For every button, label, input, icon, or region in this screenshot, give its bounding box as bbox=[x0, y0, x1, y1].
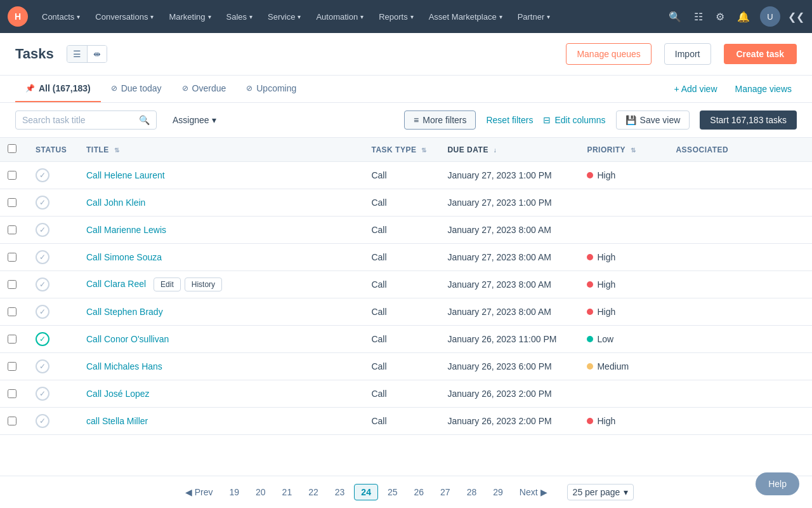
page-27-button[interactable]: 27 bbox=[433, 484, 457, 500]
assignee-filter[interactable]: Assignee ▾ bbox=[164, 110, 225, 130]
row-checkbox[interactable] bbox=[8, 389, 16, 398]
task-title-link[interactable]: Call Helene Laurent bbox=[86, 170, 165, 180]
per-page-selector[interactable]: 25 per page ▾ bbox=[567, 484, 634, 500]
task-title-link[interactable]: Call José Lopez bbox=[86, 389, 150, 399]
status-circle-icon[interactable]: ✓ bbox=[36, 196, 49, 210]
prev-page-button[interactable]: ◀ Prev bbox=[178, 484, 220, 500]
search-icon[interactable]: 🔍 bbox=[139, 115, 150, 125]
task-type-column-header[interactable]: TASK TYPE ⇅ bbox=[363, 138, 440, 162]
row-checkbox[interactable] bbox=[8, 253, 16, 262]
tab-upcoming[interactable]: ⊘ Upcoming bbox=[236, 76, 306, 102]
add-view-button[interactable]: + Add view bbox=[669, 76, 722, 102]
page-25-button[interactable]: 25 bbox=[381, 484, 405, 500]
user-avatar[interactable]: U bbox=[760, 6, 780, 27]
pin-icon: 📌 bbox=[25, 84, 35, 93]
start-tasks-button[interactable]: Start 167,183 tasks bbox=[700, 110, 797, 130]
tab-overdue[interactable]: ⊘ Overdue bbox=[172, 76, 237, 102]
row-checkbox[interactable] bbox=[8, 225, 16, 234]
tab-due-today[interactable]: ⊘ Due today bbox=[101, 76, 172, 102]
sort-desc-icon: ↓ bbox=[494, 147, 497, 154]
reset-filters-button[interactable]: Reset filters bbox=[486, 115, 533, 125]
task-title-link[interactable]: Call Stephen Brady bbox=[86, 307, 163, 317]
status-circle-icon[interactable]: ✓ bbox=[36, 168, 49, 182]
row-priority bbox=[579, 189, 668, 217]
task-title-link[interactable]: Call Simone Souza bbox=[86, 252, 162, 262]
status-circle-icon[interactable]: ✓ bbox=[36, 223, 49, 237]
status-circle-icon[interactable]: ✓ bbox=[36, 277, 49, 291]
nav-partner[interactable]: Partner ▾ bbox=[511, 8, 557, 25]
nav-conversations[interactable]: Conversations ▾ bbox=[89, 8, 160, 25]
row-associated bbox=[668, 162, 812, 189]
hubspot-logo[interactable]: H bbox=[8, 6, 28, 27]
select-all-checkbox[interactable] bbox=[8, 144, 16, 153]
task-title-link[interactable]: Call Marienne Lewis bbox=[86, 225, 166, 235]
row-associated bbox=[668, 326, 812, 353]
status-circle-icon[interactable]: ✓ bbox=[36, 359, 49, 373]
task-title-link[interactable]: Call Conor O'sullivan bbox=[86, 334, 169, 344]
edit-columns-button[interactable]: ⊟ Edit columns bbox=[543, 115, 605, 125]
more-filters-button[interactable]: ≡ More filters bbox=[404, 110, 476, 130]
row-checkbox[interactable] bbox=[8, 307, 16, 316]
page-20-button[interactable]: 20 bbox=[249, 484, 273, 500]
row-checkbox[interactable] bbox=[8, 198, 16, 207]
sidebar-expand-icon[interactable]: ❮❮ bbox=[788, 11, 804, 23]
due-date-column-header[interactable]: DUE DATE ↓ bbox=[440, 138, 579, 162]
page-21-button[interactable]: 21 bbox=[275, 484, 299, 500]
apps-icon[interactable]: ☷ bbox=[689, 7, 708, 27]
manage-views-button[interactable]: Manage views bbox=[730, 76, 797, 102]
search-wrapper: 🔍 bbox=[15, 110, 157, 130]
page-29-button[interactable]: 29 bbox=[486, 484, 510, 500]
row-associated bbox=[668, 298, 812, 326]
next-page-button[interactable]: Next ▶ bbox=[513, 484, 554, 500]
page-22-button[interactable]: 22 bbox=[301, 484, 325, 500]
task-title-link[interactable]: call Stella Miller bbox=[86, 416, 148, 426]
tab-all[interactable]: 📌 All (167,183) bbox=[15, 76, 101, 102]
search-input[interactable] bbox=[22, 115, 136, 125]
row-due-date: January 26, 2023 6:00 PM bbox=[440, 353, 579, 380]
nav-sales[interactable]: Sales ▾ bbox=[220, 8, 259, 25]
title-column-header[interactable]: TITLE ⇅ bbox=[79, 138, 363, 162]
nav-marketing[interactable]: Marketing ▾ bbox=[162, 8, 217, 25]
task-title-link[interactable]: Call John Klein bbox=[86, 197, 145, 208]
search-icon[interactable]: 🔍 bbox=[664, 7, 686, 27]
row-checkbox[interactable] bbox=[8, 280, 16, 289]
list-view-toggle[interactable]: ☰ bbox=[67, 46, 88, 62]
grid-view-toggle[interactable]: ⇼ bbox=[88, 46, 107, 62]
notifications-icon[interactable]: 🔔 bbox=[732, 7, 755, 27]
help-button[interactable]: Help bbox=[756, 472, 799, 495]
import-button[interactable]: Import bbox=[664, 43, 711, 65]
task-title-link[interactable]: Call Clara Reel bbox=[86, 279, 146, 289]
status-circle-icon[interactable]: ✓ bbox=[36, 305, 49, 319]
manage-queues-button[interactable]: Manage queues bbox=[566, 43, 651, 65]
nav-asset-marketplace[interactable]: Asset Marketplace ▾ bbox=[422, 8, 509, 25]
settings-icon[interactable]: ⚙ bbox=[710, 7, 730, 27]
priority-column-header[interactable]: PRIORITY ⇅ bbox=[579, 138, 668, 162]
status-circle-icon[interactable]: ✓ bbox=[36, 387, 49, 401]
nav-service[interactable]: Service ▾ bbox=[261, 8, 307, 25]
page-26-button[interactable]: 26 bbox=[407, 484, 431, 500]
status-circle-icon[interactable]: ✓ bbox=[36, 332, 49, 346]
page-19-button[interactable]: 19 bbox=[222, 484, 246, 500]
row-title: call Stella Miller bbox=[79, 408, 363, 435]
status-circle-icon[interactable]: ✓ bbox=[36, 414, 49, 428]
save-view-button[interactable]: 💾 Save view bbox=[616, 110, 690, 130]
row-checkbox[interactable] bbox=[8, 362, 16, 371]
row-checkbox[interactable] bbox=[8, 171, 16, 180]
row-checkbox[interactable] bbox=[8, 335, 16, 344]
page-23-button[interactable]: 23 bbox=[328, 484, 352, 500]
view-toggle-group: ☰ ⇼ bbox=[67, 45, 107, 63]
nav-automation[interactable]: Automation ▾ bbox=[310, 8, 370, 25]
create-task-button[interactable]: Create task bbox=[724, 44, 797, 64]
page-24-button[interactable]: 24 bbox=[354, 484, 378, 500]
row-checkbox[interactable] bbox=[8, 417, 16, 425]
nav-reports[interactable]: Reports ▾ bbox=[372, 8, 420, 25]
task-title-link[interactable]: Call Michales Hans bbox=[86, 361, 162, 371]
nav-contacts[interactable]: Contacts ▾ bbox=[36, 8, 86, 25]
status-circle-icon[interactable]: ✓ bbox=[36, 250, 49, 264]
filter-icon: ⊘ bbox=[111, 84, 117, 93]
page-28-button[interactable]: 28 bbox=[460, 484, 484, 500]
history-task-button[interactable]: History bbox=[185, 277, 222, 291]
chevron-down-icon: ▾ bbox=[547, 13, 550, 20]
edit-task-button[interactable]: Edit bbox=[154, 277, 181, 291]
priority-dot-icon bbox=[587, 363, 593, 370]
